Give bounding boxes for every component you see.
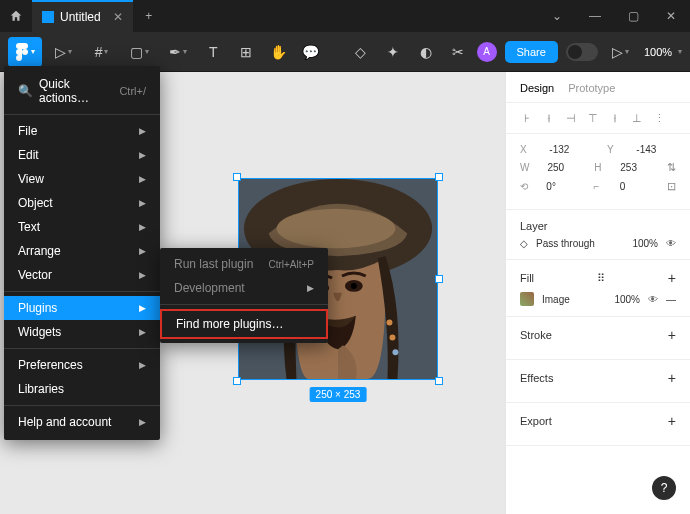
shape-tool[interactable]: ▢▾ [123, 37, 157, 67]
fill-section-title: Fill [520, 272, 534, 284]
menu-object[interactable]: Object▶ [4, 191, 160, 215]
menu-plugins[interactable]: Plugins▶ [4, 296, 160, 320]
menu-file[interactable]: File▶ [4, 119, 160, 143]
avatar[interactable]: A [477, 42, 497, 62]
fill-options-icon[interactable]: ⠿ [597, 272, 605, 285]
alignment-controls: ⊦ ⫲ ⊣ ⊤ ⫲ ⊥ ⋮ [506, 103, 690, 134]
search-icon: 🔍 [18, 84, 33, 98]
design-panel: Design Prototype ⊦ ⫲ ⊣ ⊤ ⫲ ⊥ ⋮ X-132 Y-1… [505, 72, 690, 514]
resize-handle[interactable] [435, 275, 443, 283]
align-right-icon[interactable]: ⊣ [564, 111, 578, 125]
edit-object-tool[interactable]: ◇ [346, 37, 375, 67]
fill-visibility-icon[interactable]: 👁 [648, 294, 658, 305]
menu-edit[interactable]: Edit▶ [4, 143, 160, 167]
find-more-plugins-item[interactable]: Find more plugins… [160, 309, 328, 339]
resize-handle[interactable] [233, 173, 241, 181]
minimize-icon[interactable]: — [576, 0, 614, 32]
w-input[interactable]: 250 [547, 162, 576, 173]
menu-text[interactable]: Text▶ [4, 215, 160, 239]
tab-prototype[interactable]: Prototype [568, 82, 615, 94]
constrain-icon[interactable]: ⇅ [667, 161, 676, 174]
visibility-icon[interactable]: 👁 [666, 238, 676, 249]
align-left-icon[interactable]: ⊦ [520, 111, 534, 125]
svg-point-8 [392, 349, 398, 355]
align-hcenter-icon[interactable]: ⫲ [542, 111, 556, 125]
run-last-plugin-item[interactable]: Run last pluginCtrl+Alt+P [160, 252, 328, 276]
development-item[interactable]: Development▶ [160, 276, 328, 300]
dev-mode-toggle[interactable] [566, 43, 598, 61]
menu-vector[interactable]: Vector▶ [4, 263, 160, 287]
close-tab-icon[interactable]: ✕ [113, 10, 123, 24]
tab-title: Untitled [60, 10, 101, 24]
layer-section-title: Layer [520, 220, 676, 232]
corner-options-icon[interactable]: ⊡ [667, 180, 676, 193]
menu-arrange[interactable]: Arrange▶ [4, 239, 160, 263]
present-button[interactable]: ▷▾ [606, 37, 636, 67]
share-button[interactable]: Share [505, 41, 558, 63]
resize-handle[interactable] [435, 173, 443, 181]
dimension-label: 250 × 253 [310, 387, 367, 402]
new-tab-button[interactable]: + [133, 9, 165, 23]
menu-view[interactable]: View▶ [4, 167, 160, 191]
resize-handle[interactable] [233, 377, 241, 385]
mask-tool[interactable]: ◐ [412, 37, 441, 67]
add-stroke-button[interactable]: + [668, 327, 676, 343]
remove-fill-icon[interactable]: — [666, 294, 676, 305]
text-tool[interactable]: T [199, 37, 228, 67]
file-tab[interactable]: Untitled ✕ [32, 0, 133, 32]
layer-opacity-input[interactable]: 100% [632, 238, 658, 249]
h-input[interactable]: 253 [620, 162, 649, 173]
blend-mode-icon[interactable]: ◇ [520, 238, 528, 249]
y-input[interactable]: -143 [636, 144, 676, 155]
corner-input[interactable]: 0 [620, 181, 649, 192]
close-window-icon[interactable]: ✕ [652, 0, 690, 32]
component-tool[interactable]: ✦ [379, 37, 408, 67]
svg-point-7 [389, 334, 395, 340]
align-vcenter-icon[interactable]: ⫲ [608, 111, 622, 125]
zoom-control[interactable]: 100%▾ [644, 46, 682, 58]
rotation-input[interactable]: 0° [546, 181, 575, 192]
add-export-button[interactable]: + [668, 413, 676, 429]
help-button[interactable]: ? [652, 476, 676, 500]
fill-opacity-input[interactable]: 100% [614, 294, 640, 305]
resources-tool[interactable]: ⊞ [232, 37, 261, 67]
fill-type[interactable]: Image [542, 294, 606, 305]
menu-widgets[interactable]: Widgets▶ [4, 320, 160, 344]
svg-point-6 [351, 283, 357, 289]
main-menu: 🔍Quick actions… Ctrl+/ File▶ Edit▶ View▶… [4, 66, 160, 440]
maximize-icon[interactable]: ▢ [614, 0, 652, 32]
add-effect-button[interactable]: + [668, 370, 676, 386]
titlebar: Untitled ✕ + ⌄ — ▢ ✕ [0, 0, 690, 32]
comment-tool[interactable]: 💬 [297, 37, 326, 67]
frame-tool[interactable]: #▾ [84, 37, 118, 67]
resize-handle[interactable] [435, 377, 443, 385]
quick-actions-item[interactable]: 🔍Quick actions… Ctrl+/ [4, 72, 160, 110]
plugins-submenu: Run last pluginCtrl+Alt+P Development▶ F… [160, 248, 328, 343]
stroke-section-title: Stroke [520, 329, 552, 341]
menu-help[interactable]: Help and account▶ [4, 410, 160, 434]
chevron-down-icon[interactable]: ⌄ [538, 0, 576, 32]
align-bottom-icon[interactable]: ⊥ [630, 111, 644, 125]
home-button[interactable] [0, 0, 32, 32]
fill-swatch[interactable] [520, 292, 534, 306]
svg-point-2 [277, 209, 396, 249]
effects-section-title: Effects [520, 372, 553, 384]
hand-tool[interactable]: ✋ [264, 37, 293, 67]
x-input[interactable]: -132 [549, 144, 589, 155]
svg-point-9 [387, 320, 393, 326]
move-tool[interactable]: ▷▾ [46, 37, 80, 67]
menu-libraries[interactable]: Libraries [4, 377, 160, 401]
align-top-icon[interactable]: ⊤ [586, 111, 600, 125]
menu-preferences[interactable]: Preferences▶ [4, 353, 160, 377]
blend-mode-select[interactable]: Pass through [536, 238, 624, 249]
main-menu-button[interactable]: ▾ [8, 37, 42, 67]
figma-logo-icon [42, 11, 54, 23]
crop-tool[interactable]: ✂ [444, 37, 473, 67]
export-section-title: Export [520, 415, 552, 427]
tab-design[interactable]: Design [520, 82, 554, 94]
pen-tool[interactable]: ✒▾ [161, 37, 195, 67]
distribute-icon[interactable]: ⋮ [652, 111, 666, 125]
add-fill-button[interactable]: + [668, 270, 676, 286]
